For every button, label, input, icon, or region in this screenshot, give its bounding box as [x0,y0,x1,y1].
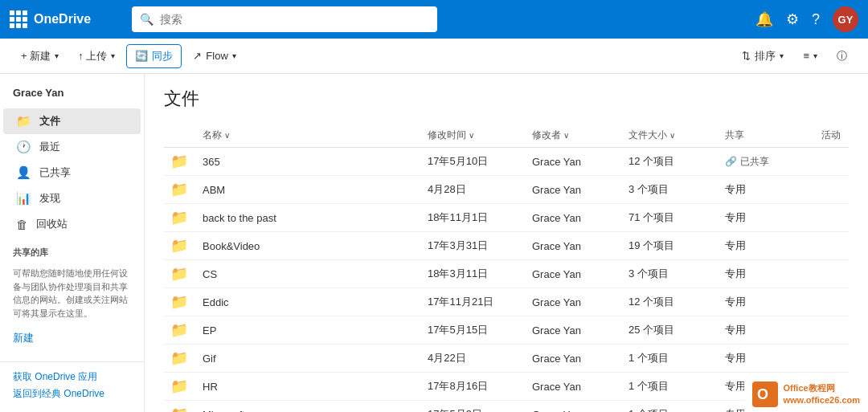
file-date: 17年5月10日 [421,148,526,176]
notification-icon[interactable]: 🔔 [755,10,773,28]
sidebar-discover-label: 发现 [39,191,60,206]
file-table: 名称 ∨ 修改时间 ∨ 修改者 ∨ 文件大小 ∨ 共享 活动 📁 365 17年… [164,124,849,412]
sidebar-recent-label: 最近 [39,140,60,154]
search-bar: 🔍 [132,6,437,32]
file-activity [815,260,849,288]
file-size: 25 个项目 [622,316,719,345]
flow-chevron-icon: ▾ [232,51,236,60]
info-button[interactable]: ⓘ [829,45,855,67]
file-size: 19 个项目 [622,232,719,260]
file-size: 1 个项目 [622,345,719,373]
table-row[interactable]: 📁 CS 18年3月11日 Grace Yan 3 个项目 专用 [164,260,849,288]
upload-button-label: ↑ 上传 [78,49,107,63]
file-modifier: Grace Yan [526,316,622,345]
file-date: 17年5月15日 [421,316,526,345]
col-modifier-header[interactable]: 修改者 ∨ [526,124,622,148]
waffle-icon[interactable] [10,10,27,28]
help-icon[interactable]: ? [812,11,820,28]
sort-chevron-icon: ▾ [780,51,784,60]
sidebar-new-button[interactable]: 新建 [13,331,131,345]
sidebar-item-discover[interactable]: 📊 发现 [3,186,141,211]
file-date: 18年11月1日 [421,204,526,232]
file-name[interactable]: Book&Video [196,232,421,260]
table-header-row: 名称 ∨ 修改时间 ∨ 修改者 ∨ 文件大小 ∨ 共享 活动 [164,124,849,148]
page-title: 文件 [164,87,849,111]
file-name[interactable]: HR [196,373,421,401]
file-shared: 🔗已共享 [719,148,815,176]
get-app-link[interactable]: 获取 OneDrive 应用 [13,370,131,384]
date-sort-icon: ∨ [469,131,474,140]
file-folder-icon: 📁 [164,232,196,260]
file-activity [815,176,849,204]
sort-button[interactable]: ⇅ 排序 ▾ [734,45,792,67]
file-modifier: Grace Yan [526,148,622,176]
file-date: 18年3月11日 [421,260,526,288]
watermark-text: Office教程网 www.office26.com [783,382,860,407]
table-row[interactable]: 📁 EP 17年5月15日 Grace Yan 25 个项目 专用 [164,316,849,345]
file-shared: 专用 [719,260,815,288]
svg-text:O: O [757,386,768,402]
file-modifier: Grace Yan [526,176,622,204]
file-name[interactable]: ABM [196,176,421,204]
col-date-header[interactable]: 修改时间 ∨ [421,124,526,148]
toolbar-right: ⇅ 排序 ▾ ≡ ▾ ⓘ [734,45,855,67]
file-modifier: Grace Yan [526,260,622,288]
table-row[interactable]: 📁 Book&Video 17年3月31日 Grace Yan 19 个项目 专… [164,232,849,260]
file-name[interactable]: Gif [196,345,421,373]
sidebar-item-shared[interactable]: 👤 已共享 [3,160,141,186]
shared-icon: 👤 [16,165,31,180]
file-name[interactable]: 365 [196,148,421,176]
file-name[interactable]: EP [196,316,421,345]
new-button[interactable]: + 新建 ▾ [13,45,67,67]
file-date: 17年8月16日 [421,373,526,401]
topbar-right: 🔔 ⚙ ? GY [755,6,858,32]
recycle-icon: 🗑 [16,218,28,231]
file-activity [815,316,849,345]
flow-button[interactable]: ↗ Flow ▾ [185,46,244,66]
file-size: 3 个项目 [622,260,719,288]
file-modifier: Grace Yan [526,288,622,316]
shared-lib-desc: 可帮助您随时随地使用任何设备与团队协作处理项目和共享信息的网站。创建或关注网站可… [0,262,144,328]
view-button[interactable]: ≡ ▾ [795,46,825,66]
file-name[interactable]: Microsoft [196,401,421,413]
table-row[interactable]: 📁 Eddic 17年11月21日 Grace Yan 12 个项目 专用 [164,288,849,316]
modifier-sort-icon: ∨ [563,131,569,140]
sync-icon: 🔄 [135,50,148,62]
file-folder-icon: 📁 [164,176,196,204]
table-row[interactable]: 📁 back to the past 18年11月1日 Grace Yan 71… [164,204,849,232]
sidebar-item-files[interactable]: 📁 文件 [3,108,141,134]
table-row[interactable]: 📁 365 17年5月10日 Grace Yan 12 个项目 🔗已共享 [164,148,849,176]
file-date: 4月28日 [421,176,526,204]
files-icon: 📁 [16,114,31,128]
search-input[interactable] [160,13,429,26]
search-icon: 🔍 [140,13,154,26]
col-name-header[interactable]: 名称 ∨ [196,124,421,148]
app-logo: OneDrive [10,10,122,28]
discover-icon: 📊 [16,191,31,206]
file-date: 17年5月9日 [421,401,526,413]
classic-link[interactable]: 返回到经典 OneDrive [13,387,131,401]
file-name[interactable]: Eddic [196,288,421,316]
avatar[interactable]: GY [833,6,858,32]
file-activity [815,148,849,176]
sidebar-recycle-label: 回收站 [36,217,68,231]
watermark-line1: Office教程网 [783,382,860,394]
sync-button[interactable]: 🔄 同步 [126,44,182,68]
sidebar-item-recent[interactable]: 🕐 最近 [3,134,141,160]
table-row[interactable]: 📁 Gif 4月22日 Grace Yan 1 个项目 专用 [164,345,849,373]
file-shared: 专用 [719,204,815,232]
table-row[interactable]: 📁 ABM 4月28日 Grace Yan 3 个项目 专用 [164,176,849,204]
flow-icon: ↗ [193,50,202,62]
upload-button[interactable]: ↑ 上传 ▾ [70,45,123,67]
col-shared-header: 共享 [719,124,815,148]
toolbar: + 新建 ▾ ↑ 上传 ▾ 🔄 同步 ↗ Flow ▾ ⇅ 排序 ▾ ≡ ▾ ⓘ [0,39,868,74]
file-shared: 专用 [719,345,815,373]
sidebar-item-recycle[interactable]: 🗑 回收站 [3,211,141,237]
col-size-header[interactable]: 文件大小 ∨ [622,124,719,148]
file-folder-icon: 📁 [164,316,196,345]
settings-icon[interactable]: ⚙ [786,10,799,28]
file-name[interactable]: CS [196,260,421,288]
sort-icon: ⇅ [742,50,751,62]
file-name[interactable]: back to the past [196,204,421,232]
content-area: 文件 名称 ∨ 修改时间 ∨ 修改者 ∨ 文件大小 ∨ 共享 活动 📁 365 … [145,74,868,412]
